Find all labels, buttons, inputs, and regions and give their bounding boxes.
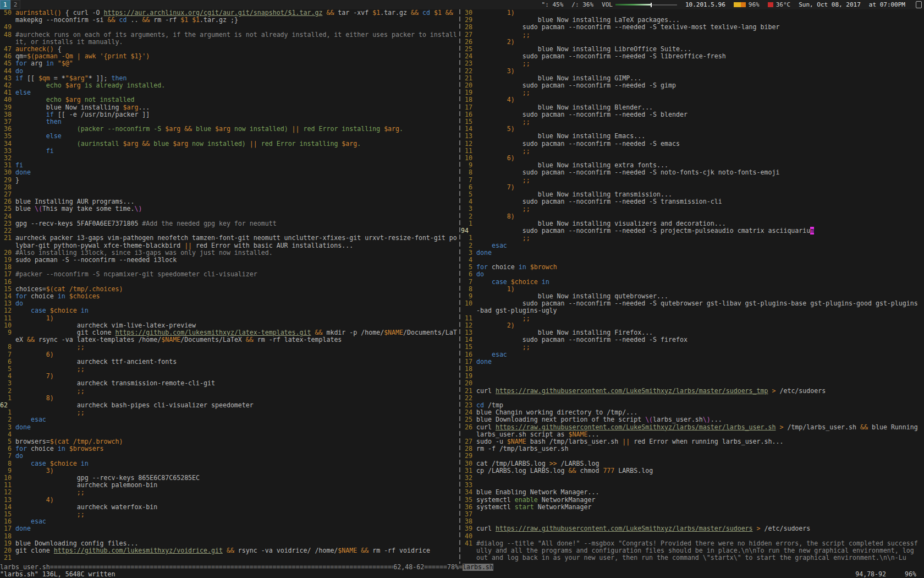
vim-editor: 50aurinstall() { curl -O https://aur.arc… xyxy=(0,9,924,564)
tray-icon[interactable] xyxy=(916,1,922,8)
buffer-line: 28 xyxy=(0,184,459,191)
line-number: 17 xyxy=(461,104,476,111)
line-number: 7 xyxy=(0,452,15,460)
buffer-line: 23 ;; xyxy=(461,60,920,67)
time-label: at 07:00PM xyxy=(869,1,905,8)
buffer-line: 11 ;; xyxy=(461,148,920,155)
buffer-line: 3done xyxy=(0,424,459,431)
line-number: 8 xyxy=(461,286,476,293)
line-number: 16 xyxy=(461,351,476,358)
statusline-prefix: = xyxy=(459,564,463,571)
line-number: 17 xyxy=(461,358,476,366)
buffer-line: 5for choice in $browch xyxy=(461,264,920,271)
line-number: 29 xyxy=(461,452,476,460)
buffer-line: 37 xyxy=(461,511,920,518)
buffer-line: 20git clone https://github.com/lukesmith… xyxy=(0,547,459,554)
line-number: 21 xyxy=(0,235,15,249)
workspace-button-1[interactable]: 1 xyxy=(0,0,10,9)
workspace-button-2[interactable]: 2 xyxy=(10,0,21,9)
line-number: 12 xyxy=(461,322,476,329)
line-number: 28 xyxy=(461,24,476,31)
line-number: 7 xyxy=(461,279,476,286)
line-number: 1 xyxy=(0,395,15,402)
line-number: 11 xyxy=(0,315,15,322)
line-number: 3 xyxy=(0,380,15,387)
buffer-line: 26curl https://raw.githubusercontent.com… xyxy=(461,424,920,438)
line-number: 7 xyxy=(461,177,476,184)
line-number: 6 xyxy=(0,358,15,366)
statusline-percent-left: 78% xyxy=(447,564,459,571)
buffer-line: 17#packer --noconfirm -S ncpamixer-git s… xyxy=(0,271,459,278)
buffer-line: 8 ;; xyxy=(0,343,459,351)
line-number: 10 xyxy=(461,300,476,314)
line-number: 13 xyxy=(0,497,15,504)
battery-icon xyxy=(734,2,746,7)
buffer-line: 19 xyxy=(461,373,920,380)
buffer-line: 8 case $choice in xyxy=(0,460,459,467)
line-number: 8 xyxy=(0,460,15,467)
desktop: 1 2 ": 45% /: 36% VOL 10.201.5.96 96% xyxy=(0,0,924,578)
vim-pane-left[interactable]: 50aurinstall() { curl -O https://aur.arc… xyxy=(0,9,459,564)
line-number: 25 xyxy=(0,205,15,212)
line-number: 3 xyxy=(461,249,476,257)
line-number: 22 xyxy=(461,68,476,75)
line-number: 34 xyxy=(0,140,15,148)
line-number: 29 xyxy=(0,177,15,184)
buffer-line: 21curl https://raw.githubusercontent.com… xyxy=(461,388,920,395)
buffer-line: 2 esac xyxy=(0,416,459,423)
buffer-line: 19 ;; xyxy=(461,89,920,96)
buffer-line: 1 ;; xyxy=(461,235,920,242)
line-number: 1 xyxy=(461,235,476,242)
buffer-line: 17done xyxy=(0,525,459,532)
buffer-line: 2 ;; xyxy=(0,388,459,395)
volume-slider-thumb[interactable] xyxy=(651,3,652,7)
line-number: 17 xyxy=(0,271,15,278)
line-number: 12 xyxy=(0,489,15,496)
line-number: 44 xyxy=(0,68,15,75)
buffer-line: 16 esac xyxy=(461,351,920,358)
line-number: 35 xyxy=(461,497,476,504)
window-separator[interactable] xyxy=(459,9,460,564)
buffer-line: 14for choice in $choices xyxy=(0,293,459,300)
buffer-line: 15 ;; xyxy=(0,511,459,518)
line-number: 50 xyxy=(0,9,15,24)
temperature-icon xyxy=(768,2,773,7)
buffer-line: 25blue \(This may take some time.\) xyxy=(0,205,459,212)
line-number: 41 xyxy=(461,540,476,562)
line-number: 7 xyxy=(0,351,15,358)
buffer-line: 36 (packer --noconfirm -S $arg && blue $… xyxy=(0,126,459,133)
scroll-percent: 96% xyxy=(905,571,916,578)
line-number: 45 xyxy=(0,60,15,67)
buffer-line: 34 (aurinstall $arg && blue $arg now ins… xyxy=(0,140,459,148)
line-number: 3 xyxy=(461,205,476,212)
buffer-line: 41#dialog --title "All done!" --msgbox "… xyxy=(461,540,920,562)
buffer-line: 7 ;; xyxy=(461,177,920,184)
buffer-line: 22 xyxy=(461,395,920,402)
buffer-line: 27 ;; xyxy=(461,31,920,39)
line-number: 13 xyxy=(461,133,476,140)
vim-pane-right[interactable]: 30 1)29 blue Now installing LaTeX packag… xyxy=(461,9,920,564)
buffer-line: 5 ;; xyxy=(0,366,459,373)
file-written-message: "larbs.sh" 136L, 5648C written xyxy=(0,571,115,578)
buffer-line: 7 case $choice in xyxy=(461,279,920,286)
buffer-line: 38 if [[ -e /usr/bin/packer ]] xyxy=(0,111,459,118)
line-number: 4 xyxy=(0,431,15,438)
buffer-line: 31fi xyxy=(0,162,459,169)
buffer-line: 31cp /LARBS.log LARBS.log && chmod 777 L… xyxy=(461,467,920,475)
volume-slider-fill xyxy=(615,4,651,6)
buffer-line: 16 esac xyxy=(0,518,459,525)
line-number: 23 xyxy=(461,60,476,67)
line-number: 39 xyxy=(461,525,476,532)
buffer-line: 39curl https://raw.githubusercontent.com… xyxy=(461,525,920,532)
volume-slider[interactable] xyxy=(615,2,677,8)
i3bar: 1 2 ": 45% /: 36% VOL 10.201.5.96 96% xyxy=(0,0,924,9)
buffer-line: 42 echo $arg is already installed. xyxy=(0,82,459,89)
line-number: 2 xyxy=(461,242,476,249)
buffer-line: 33 fi xyxy=(0,148,459,155)
line-number: 21 xyxy=(461,388,476,395)
buffer-line: 29} xyxy=(0,177,459,184)
line-number: 18 xyxy=(461,96,476,103)
line-number: 35 xyxy=(0,133,15,140)
buffer-line: 6for choice in $browsers xyxy=(0,445,459,452)
buffer-line: 2 esac xyxy=(461,242,920,249)
